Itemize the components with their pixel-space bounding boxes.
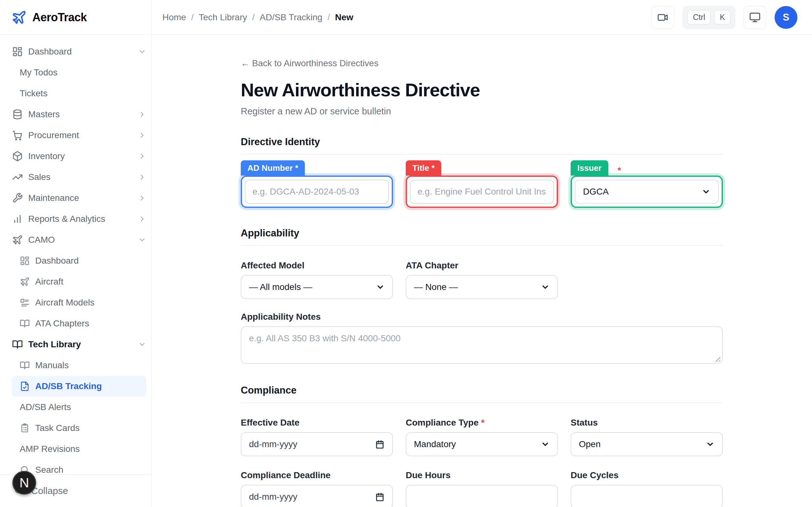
chevron-down-icon	[541, 440, 550, 449]
status-field: Status Open	[571, 418, 723, 456]
chevron-right-icon	[138, 131, 146, 139]
sidebar-item-ata-chapters[interactable]: ATA Chapters	[12, 313, 146, 334]
file-check-icon	[20, 381, 30, 391]
sidebar-item-inventory[interactable]: Inventory	[12, 146, 146, 167]
page-title: New Airworthiness Directive	[241, 79, 723, 101]
effective-date-label: Effective Date	[241, 418, 393, 428]
sidebar-item-masters[interactable]: Masters	[12, 104, 146, 125]
sidebar-item-aircraft-models[interactable]: Aircraft Models	[12, 292, 146, 313]
title-field-group: Title *	[406, 160, 558, 208]
sidebar-item-tech-library[interactable]: Tech Library	[12, 334, 146, 355]
sidebar-item-sales[interactable]: Sales	[12, 167, 146, 187]
k-keycap: K	[714, 10, 730, 24]
section-heading-directive-identity: Directive Identity	[241, 136, 723, 148]
ad-number-highlight-box	[241, 176, 393, 208]
ad-number-annotation-chip: AD Number *	[241, 160, 305, 176]
title-input[interactable]	[410, 180, 554, 204]
ad-number-field-group: AD Number *	[241, 160, 393, 208]
breadcrumb-home[interactable]: Home	[162, 12, 186, 22]
breadcrumb: Home / Tech Library / AD/SB Tracking / N…	[162, 12, 353, 22]
issuer-highlight-box: DGCA	[571, 176, 723, 208]
affected-model-field: Affected Model — All models —	[241, 261, 393, 299]
cart-icon	[12, 130, 23, 141]
sidebar-item-maintenance[interactable]: Maintenance	[12, 187, 146, 209]
video-camera-icon	[657, 12, 669, 23]
compliance-deadline-label: Compliance Deadline	[241, 470, 393, 481]
sidebar-item-aircraft[interactable]: Aircraft	[12, 271, 146, 292]
sidebar-item-amp-revisions[interactable]: AMP Revisions	[12, 439, 146, 459]
due-hours-input[interactable]	[406, 485, 558, 507]
sidebar-item-reports-analytics[interactable]: Reports & Analytics	[12, 209, 146, 229]
grid-icon	[20, 256, 30, 266]
collapse-button[interactable]: Collapse	[31, 486, 68, 496]
book-open-icon	[20, 360, 30, 371]
chevron-right-icon	[138, 194, 146, 202]
calendar-icon[interactable]	[375, 492, 385, 502]
sidebar-item-camo-dashboard[interactable]: Dashboard	[12, 250, 146, 271]
sidebar-item-procurement[interactable]: Procurement	[12, 125, 146, 146]
monitor-icon	[749, 12, 761, 23]
sidebar-item-adsb-tracking[interactable]: AD/SB Tracking	[12, 376, 146, 397]
sidebar-item-my-todos[interactable]: My Todos	[12, 62, 146, 83]
display-mode-button[interactable]	[744, 6, 766, 29]
compliance-deadline-input[interactable]: dd-mm-yyyy	[241, 485, 393, 507]
page-subtitle: Register a new AD or service bulletin	[241, 106, 723, 117]
breadcrumb-tech-library[interactable]: Tech Library	[199, 12, 247, 22]
user-avatar[interactable]: S	[774, 6, 798, 29]
sidebar-nav: Dashboard My Todos Tickets Masters Procu…	[0, 35, 151, 474]
clipboard-icon	[20, 423, 30, 433]
issuer-required-mark: *	[618, 165, 621, 176]
breadcrumb-separator: /	[252, 12, 255, 22]
breadcrumb-adsb-tracking[interactable]: AD/SB Tracking	[260, 12, 322, 22]
sidebar-item-dashboard[interactable]: Dashboard	[12, 41, 146, 62]
chevron-right-icon	[138, 173, 146, 181]
sidebar-item-camo[interactable]: CAMO	[12, 229, 146, 250]
topbar-actions: Ctrl K S	[652, 6, 798, 29]
sidebar-item-manuals[interactable]: Manuals	[12, 355, 146, 376]
compliance-type-select[interactable]: Mandatory	[406, 432, 558, 456]
due-cycles-field: Due Cycles	[571, 470, 723, 507]
divider	[241, 245, 723, 246]
book-open-icon	[20, 319, 30, 329]
sidebar-item-search[interactable]: Search	[12, 459, 146, 474]
command-palette-shortcut[interactable]: Ctrl K	[682, 6, 735, 29]
sidebar-item-tickets[interactable]: Tickets	[12, 83, 146, 104]
chevron-down-icon	[138, 48, 146, 56]
ctrl-keycap: Ctrl	[687, 10, 711, 24]
database-icon	[12, 109, 23, 120]
plane-icon	[20, 277, 30, 287]
chevron-down-icon	[702, 187, 711, 196]
chevron-down-icon	[138, 236, 146, 244]
chevron-right-icon	[138, 110, 146, 118]
status-select[interactable]: Open	[571, 432, 723, 456]
issuer-annotation-chip: Issuer	[571, 160, 608, 176]
divider	[241, 402, 723, 403]
affected-model-select[interactable]: — All models —	[241, 275, 393, 299]
ata-chapter-label: ATA Chapter	[406, 261, 558, 271]
title-highlight-box	[406, 176, 558, 208]
calendar-icon[interactable]	[375, 440, 385, 449]
compliance-deadline-field: Compliance Deadline dd-mm-yyyy	[241, 470, 393, 507]
issuer-field-group: * Issuer DGCA	[571, 160, 723, 208]
issuer-select[interactable]: DGCA	[575, 180, 719, 204]
required-mark: *	[481, 418, 485, 428]
plane-icon	[12, 234, 23, 245]
ad-number-input[interactable]	[245, 180, 389, 204]
back-link[interactable]: ← Back to Airworthiness Directives	[241, 58, 723, 68]
status-label: Status	[571, 418, 723, 428]
nextjs-dev-badge[interactable]: N	[12, 471, 36, 495]
app-logo: AeroTrack	[0, 0, 151, 35]
due-hours-field: Due Hours	[406, 470, 558, 507]
due-cycles-input[interactable]	[571, 485, 723, 507]
effective-date-field: Effective Date dd-mm-yyyy	[241, 418, 393, 456]
resize-handle[interactable]	[715, 356, 720, 362]
screen-record-button[interactable]	[652, 6, 674, 29]
ata-chapter-select[interactable]: — None —	[406, 275, 558, 299]
breadcrumb-separator: /	[191, 12, 194, 22]
effective-date-input[interactable]: dd-mm-yyyy	[241, 432, 393, 456]
chevron-down-icon	[706, 440, 715, 449]
sidebar-item-task-cards[interactable]: Task Cards	[12, 418, 146, 439]
chevron-down-icon	[138, 340, 146, 349]
applicability-notes-textarea[interactable]	[241, 326, 723, 364]
sidebar-item-adsb-alerts[interactable]: AD/SB Alerts	[12, 397, 146, 418]
